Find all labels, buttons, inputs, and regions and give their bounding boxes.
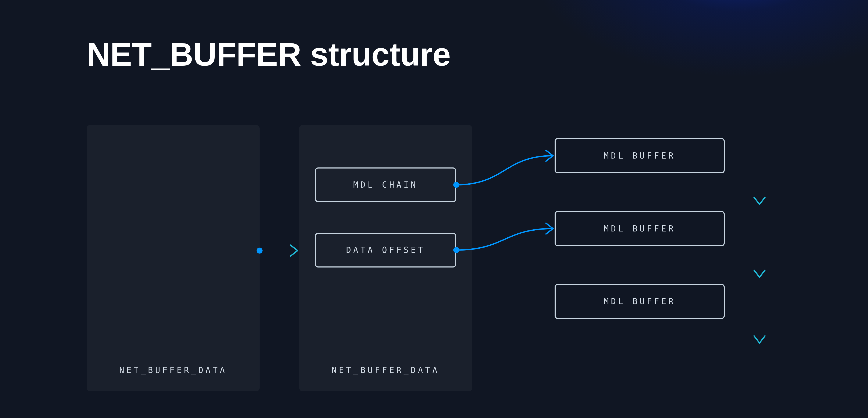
box-mdl-chain: MDL CHAIN [315, 168, 456, 202]
box-mdl-buffer-0: MDL BUFFER [555, 138, 725, 173]
box-mdl-buffer-2: MDL BUFFER [555, 284, 725, 319]
panel-left-label: NET_BUFFER_DATA [87, 365, 259, 375]
panel-right-label: NET_BUFFER_DATA [299, 365, 472, 375]
box-data-offset: DATA OFFSET [315, 233, 456, 268]
box-mdl-buffer-1: MDL BUFFER [555, 211, 725, 246]
diagram-title: NET_BUFFER structure [87, 36, 451, 73]
panel-netbuffer-left: NET_BUFFER_DATA [87, 125, 259, 391]
